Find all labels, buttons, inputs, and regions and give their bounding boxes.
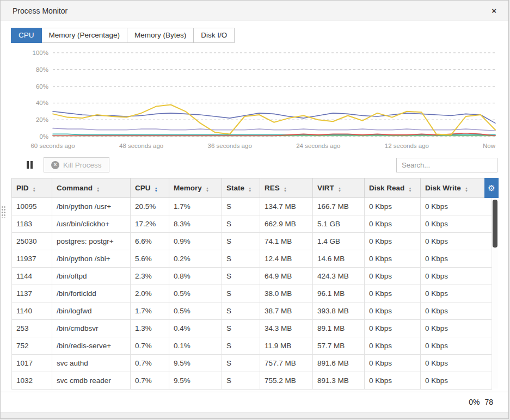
cell-memory: 9.5% <box>169 372 222 390</box>
close-icon[interactable]: × <box>491 7 496 15</box>
process-row-11937[interactable]: 11937/bin/python /sbi+5.6%0.2%S12.4 MB14… <box>12 250 492 268</box>
cell-state: S <box>222 250 260 268</box>
tab-memory-bytes[interactable]: Memory (Bytes) <box>127 28 194 43</box>
column-header-pid[interactable]: PID▲▼ <box>12 178 52 198</box>
kill-process-label: Kill Process <box>63 161 102 169</box>
sort-icon: ▲▼ <box>248 187 251 193</box>
gear-icon: ⚙ <box>488 183 495 193</box>
column-label: CPU <box>135 184 151 192</box>
column-header-command[interactable]: Command▲▼ <box>52 178 131 198</box>
cell-state: S <box>222 337 260 355</box>
cell-disk-read: 0 Kbps <box>365 198 421 215</box>
process-row-1017[interactable]: 1017svc authd0.7%9.5%S757.7 MB891.6 MB0 … <box>12 355 492 372</box>
process-row-1140[interactable]: 1140/bin/logfwd1.7%0.5%S38.7 MB393.8 MB0… <box>12 302 492 320</box>
process-monitor-window: Process Monitor × CPUMemory (Percentage)… <box>0 0 509 419</box>
column-settings-button[interactable]: ⚙ <box>484 178 499 198</box>
cell-virt: 1.4 GB <box>313 233 365 250</box>
sort-icon: ▲▼ <box>33 187 36 193</box>
cell-cpu: 1.3% <box>131 320 169 337</box>
footer: 0% 78 <box>1 392 508 412</box>
cell-state: S <box>222 372 260 390</box>
cpu-usage-chart: 0%20%40%60%80%100%60 seconds ago48 secon… <box>11 46 497 153</box>
cell-command: /bin/python /sbi+ <box>52 250 131 268</box>
cell-virt: 891.3 MB <box>313 372 365 390</box>
column-header-disk-write[interactable]: Disk Write▲▼ <box>421 178 492 198</box>
column-label: Memory <box>174 184 202 192</box>
cell-disk-write: 0 Kbps <box>421 337 492 355</box>
cell-disk-write: 0 Kbps <box>421 320 492 337</box>
cell-virt: 5.1 GB <box>313 215 365 233</box>
column-header-cpu[interactable]: CPU▲▼ <box>131 178 169 198</box>
cell-res: 11.9 MB <box>260 337 313 355</box>
column-header-virt[interactable]: VIRT▲▼ <box>313 178 365 198</box>
cell-pid: 10095 <box>12 198 52 215</box>
process-row-10095[interactable]: 10095/bin/python /usr+20.5%1.7%S134.7 MB… <box>12 198 492 215</box>
process-row-1144[interactable]: 1144/bin/oftpd2.3%0.8%S64.9 MB424.3 MB0 … <box>12 268 492 285</box>
search-input[interactable] <box>396 158 497 172</box>
cell-state: S <box>222 233 260 250</box>
process-row-25030[interactable]: 25030postgres: postgr+6.6%0.9%S74.1 MB1.… <box>12 233 492 250</box>
tab-memory-percentage[interactable]: Memory (Percentage) <box>41 28 128 43</box>
sort-icon: ▲▼ <box>155 187 158 193</box>
cell-command: /bin/cmdbsvr <box>52 320 131 337</box>
cell-command: /bin/oftpd <box>52 268 131 285</box>
cell-disk-read: 0 Kbps <box>365 355 421 372</box>
tab-cpu[interactable]: CPU <box>11 28 42 43</box>
tab-disk-i-o[interactable]: Disk I/O <box>193 28 235 43</box>
column-label: Disk Write <box>425 184 461 192</box>
cell-command: /bin/redis-serve+ <box>52 337 131 355</box>
cell-cpu: 2.0% <box>131 285 169 302</box>
cell-disk-read: 0 Kbps <box>365 320 421 337</box>
process-row-253[interactable]: 253/bin/cmdbsvr1.3%0.4%S34.3 MB89.1 MB0 … <box>12 320 492 337</box>
column-header-disk-read[interactable]: Disk Read▲▼ <box>365 178 421 198</box>
scrollbar-thumb[interactable] <box>493 200 497 248</box>
column-header-state[interactable]: State▲▼ <box>222 178 260 198</box>
cell-memory: 1.7% <box>169 198 222 215</box>
toolbar: × Kill Process <box>11 157 497 172</box>
cell-state: S <box>222 285 260 302</box>
process-row-1137[interactable]: 1137/bin/forticldd2.0%0.5%S38.0 MB96.1 M… <box>12 285 492 302</box>
column-header-memory[interactable]: Memory▲▼ <box>169 178 222 198</box>
cell-memory: 9.5% <box>169 355 222 372</box>
cell-disk-read: 0 Kbps <box>365 372 421 390</box>
sort-icon: ▲▼ <box>96 187 100 193</box>
table-scrollbar[interactable] <box>491 199 498 388</box>
cell-virt: 891.6 MB <box>313 355 365 372</box>
cell-state: S <box>222 198 260 215</box>
cell-disk-write: 0 Kbps <box>421 355 492 372</box>
cell-cpu: 6.6% <box>131 233 169 250</box>
cell-pid: 1137 <box>12 285 52 302</box>
resize-handle[interactable] <box>1 206 6 218</box>
cell-cpu: 0.7% <box>131 337 169 355</box>
cell-pid: 752 <box>12 337 52 355</box>
x-axis-label: 24 seconds ago <box>296 143 340 149</box>
process-table-grid: PID▲▼Command▲▼CPU▲▼Memory▲▼State▲▼RES▲▼V… <box>11 178 492 390</box>
cell-res: 64.9 MB <box>260 268 313 285</box>
process-row-752[interactable]: 752/bin/redis-serve+0.7%0.1%S11.9 MB57.7… <box>12 337 492 355</box>
cell-disk-write: 0 Kbps <box>421 302 492 320</box>
x-axis-label: 48 seconds ago <box>119 143 163 149</box>
cell-disk-read: 0 Kbps <box>365 268 421 285</box>
cell-command: /usr/bin/clickho+ <box>52 215 131 233</box>
cell-pid: 253 <box>12 320 52 337</box>
cell-state: S <box>222 302 260 320</box>
column-label: VIRT <box>317 184 334 192</box>
cell-command: /bin/logfwd <box>52 302 131 320</box>
process-row-1032[interactable]: 1032svc cmdb reader0.7%9.5%S755.2 MB891.… <box>12 372 492 390</box>
cell-res: 134.7 MB <box>260 198 313 215</box>
process-row-1183[interactable]: 1183/usr/bin/clickho+17.2%8.3%S662.9 MB5… <box>12 215 492 233</box>
kill-process-button[interactable]: × Kill Process <box>44 157 109 172</box>
cell-disk-write: 0 Kbps <box>421 250 492 268</box>
cell-virt: 393.8 MB <box>313 302 365 320</box>
cell-res: 38.7 MB <box>260 302 313 320</box>
column-header-res[interactable]: RES▲▼ <box>260 178 313 198</box>
cell-memory: 0.4% <box>169 320 222 337</box>
tab-bar: CPUMemory (Percentage)Memory (Bytes)Disk… <box>11 28 497 43</box>
y-axis-label: 20% <box>36 116 48 123</box>
cell-memory: 0.5% <box>169 285 222 302</box>
cell-cpu: 0.7% <box>131 355 169 372</box>
pause-button[interactable] <box>23 159 36 171</box>
kill-icon: × <box>51 161 59 169</box>
cell-res: 74.1 MB <box>260 233 313 250</box>
cell-disk-read: 0 Kbps <box>365 233 421 250</box>
